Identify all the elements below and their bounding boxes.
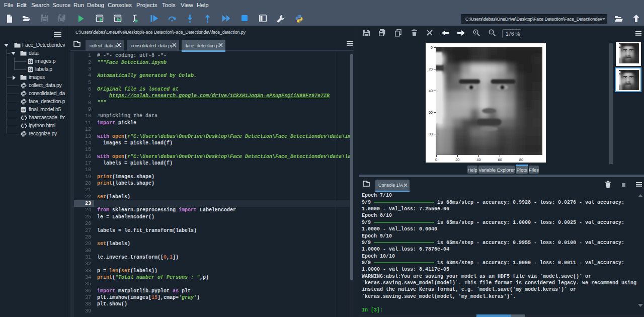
svg-text:01: 01 xyxy=(29,68,33,71)
svg-text:01: 01 xyxy=(29,60,33,63)
svg-text:01: 01 xyxy=(22,108,26,112)
